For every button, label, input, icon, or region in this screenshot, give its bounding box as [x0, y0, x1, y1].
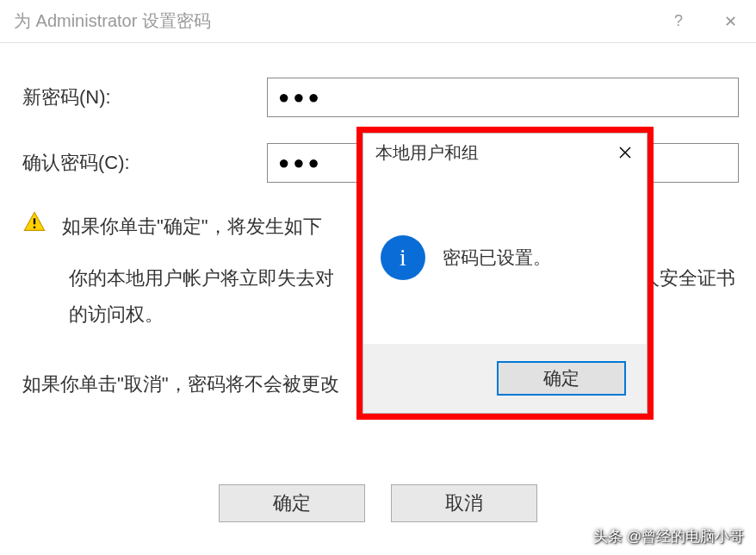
warning-text-1: 如果你单击"确定"，将发生如下 [62, 209, 322, 245]
help-button[interactable]: ? [653, 0, 704, 43]
confirm-password-label: 确认密码(C): [17, 150, 267, 176]
message-close-button[interactable] [604, 134, 647, 171]
info-icon: i [381, 235, 425, 280]
message-footer: 确定 [363, 344, 647, 413]
cancel-button[interactable]: 取消 [391, 484, 537, 522]
message-body: i 密码已设置。 [363, 171, 647, 344]
new-password-label: 新密码(N): [17, 84, 267, 110]
titlebar: 为 Administrator 设置密码 ? ✕ [0, 0, 756, 43]
warning-icon [22, 210, 46, 238]
svg-rect-1 [34, 227, 35, 228]
close-button[interactable]: ✕ [704, 0, 756, 43]
button-row: 确定 取消 [0, 484, 756, 522]
new-password-row: 新密码(N): ●●● [17, 78, 739, 117]
new-password-input[interactable]: ●●● [267, 78, 739, 117]
close-icon [618, 146, 632, 159]
watermark: 头条 @曾经的电脑小哥 [593, 527, 744, 546]
message-ok-button[interactable]: 确定 [497, 361, 626, 396]
message-titlebar: 本地用户和组 [363, 134, 647, 171]
message-title: 本地用户和组 [375, 141, 604, 165]
svg-rect-0 [34, 218, 35, 224]
window-title: 为 Administrator 设置密码 [14, 9, 653, 33]
ok-button[interactable]: 确定 [219, 484, 365, 522]
message-text: 密码已设置。 [443, 246, 551, 270]
message-dialog: 本地用户和组 i 密码已设置。 确定 [363, 133, 648, 414]
